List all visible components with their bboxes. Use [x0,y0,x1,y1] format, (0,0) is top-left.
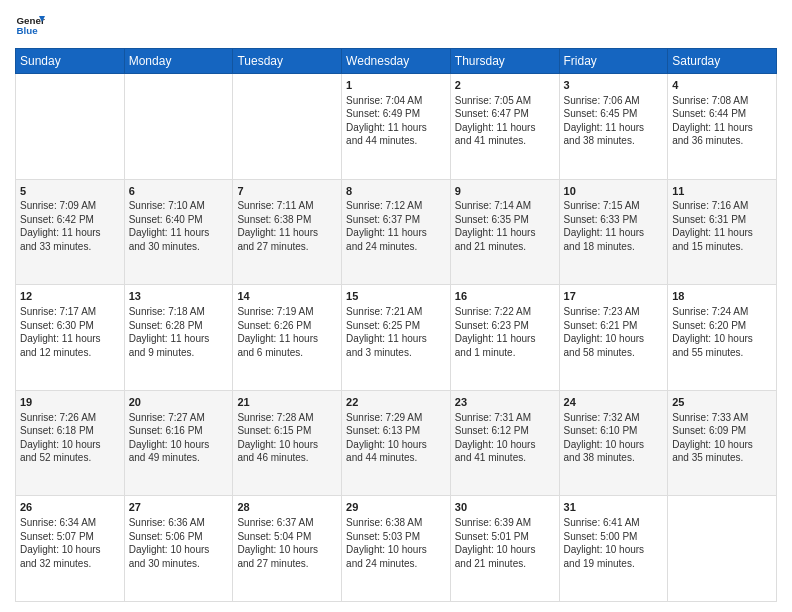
calendar-cell: 1Sunrise: 7:04 AM Sunset: 6:49 PM Daylig… [342,74,451,180]
day-of-week-header: Friday [559,49,668,74]
calendar-week-row: 5Sunrise: 7:09 AM Sunset: 6:42 PM Daylig… [16,179,777,285]
day-info: Sunrise: 7:31 AM Sunset: 6:12 PM Dayligh… [455,411,555,465]
page: General Blue SundayMondayTuesdayWednesda… [0,0,792,612]
day-number: 6 [129,184,229,199]
day-info: Sunrise: 7:28 AM Sunset: 6:15 PM Dayligh… [237,411,337,465]
calendar-cell: 13Sunrise: 7:18 AM Sunset: 6:28 PM Dayli… [124,285,233,391]
day-number: 15 [346,289,446,304]
calendar-cell: 16Sunrise: 7:22 AM Sunset: 6:23 PM Dayli… [450,285,559,391]
day-number: 21 [237,395,337,410]
calendar-cell: 17Sunrise: 7:23 AM Sunset: 6:21 PM Dayli… [559,285,668,391]
day-of-week-header: Wednesday [342,49,451,74]
day-info: Sunrise: 7:29 AM Sunset: 6:13 PM Dayligh… [346,411,446,465]
day-info: Sunrise: 7:23 AM Sunset: 6:21 PM Dayligh… [564,305,664,359]
calendar-cell: 15Sunrise: 7:21 AM Sunset: 6:25 PM Dayli… [342,285,451,391]
day-info: Sunrise: 7:15 AM Sunset: 6:33 PM Dayligh… [564,199,664,253]
day-info: Sunrise: 7:19 AM Sunset: 6:26 PM Dayligh… [237,305,337,359]
day-number: 12 [20,289,120,304]
day-number: 8 [346,184,446,199]
day-info: Sunrise: 7:12 AM Sunset: 6:37 PM Dayligh… [346,199,446,253]
calendar-cell: 7Sunrise: 7:11 AM Sunset: 6:38 PM Daylig… [233,179,342,285]
calendar-cell: 23Sunrise: 7:31 AM Sunset: 6:12 PM Dayli… [450,390,559,496]
day-number: 25 [672,395,772,410]
day-info: Sunrise: 7:09 AM Sunset: 6:42 PM Dayligh… [20,199,120,253]
calendar-cell: 10Sunrise: 7:15 AM Sunset: 6:33 PM Dayli… [559,179,668,285]
day-number: 2 [455,78,555,93]
day-number: 10 [564,184,664,199]
day-of-week-header: Sunday [16,49,125,74]
calendar-cell: 20Sunrise: 7:27 AM Sunset: 6:16 PM Dayli… [124,390,233,496]
calendar-cell: 12Sunrise: 7:17 AM Sunset: 6:30 PM Dayli… [16,285,125,391]
calendar-cell: 9Sunrise: 7:14 AM Sunset: 6:35 PM Daylig… [450,179,559,285]
calendar-cell: 22Sunrise: 7:29 AM Sunset: 6:13 PM Dayli… [342,390,451,496]
day-info: Sunrise: 6:38 AM Sunset: 5:03 PM Dayligh… [346,516,446,570]
day-info: Sunrise: 6:41 AM Sunset: 5:00 PM Dayligh… [564,516,664,570]
calendar-cell: 29Sunrise: 6:38 AM Sunset: 5:03 PM Dayli… [342,496,451,602]
header: General Blue [15,10,777,40]
day-number: 20 [129,395,229,410]
day-number: 28 [237,500,337,515]
calendar-cell [124,74,233,180]
day-number: 17 [564,289,664,304]
calendar-cell: 30Sunrise: 6:39 AM Sunset: 5:01 PM Dayli… [450,496,559,602]
day-number: 30 [455,500,555,515]
calendar-cell: 4Sunrise: 7:08 AM Sunset: 6:44 PM Daylig… [668,74,777,180]
day-info: Sunrise: 7:22 AM Sunset: 6:23 PM Dayligh… [455,305,555,359]
calendar-cell: 6Sunrise: 7:10 AM Sunset: 6:40 PM Daylig… [124,179,233,285]
calendar-week-row: 26Sunrise: 6:34 AM Sunset: 5:07 PM Dayli… [16,496,777,602]
calendar-week-row: 19Sunrise: 7:26 AM Sunset: 6:18 PM Dayli… [16,390,777,496]
day-of-week-header: Saturday [668,49,777,74]
svg-text:Blue: Blue [17,25,39,36]
day-number: 24 [564,395,664,410]
logo-icon: General Blue [15,10,45,40]
calendar-cell: 25Sunrise: 7:33 AM Sunset: 6:09 PM Dayli… [668,390,777,496]
day-info: Sunrise: 6:37 AM Sunset: 5:04 PM Dayligh… [237,516,337,570]
day-info: Sunrise: 7:18 AM Sunset: 6:28 PM Dayligh… [129,305,229,359]
day-info: Sunrise: 6:39 AM Sunset: 5:01 PM Dayligh… [455,516,555,570]
calendar-cell: 3Sunrise: 7:06 AM Sunset: 6:45 PM Daylig… [559,74,668,180]
calendar-cell: 14Sunrise: 7:19 AM Sunset: 6:26 PM Dayli… [233,285,342,391]
day-info: Sunrise: 7:08 AM Sunset: 6:44 PM Dayligh… [672,94,772,148]
day-info: Sunrise: 7:27 AM Sunset: 6:16 PM Dayligh… [129,411,229,465]
day-of-week-header: Tuesday [233,49,342,74]
day-of-week-header: Thursday [450,49,559,74]
day-info: Sunrise: 7:26 AM Sunset: 6:18 PM Dayligh… [20,411,120,465]
day-number: 31 [564,500,664,515]
day-number: 3 [564,78,664,93]
calendar-cell [233,74,342,180]
day-info: Sunrise: 7:11 AM Sunset: 6:38 PM Dayligh… [237,199,337,253]
logo: General Blue [15,10,45,40]
calendar-week-row: 12Sunrise: 7:17 AM Sunset: 6:30 PM Dayli… [16,285,777,391]
day-number: 26 [20,500,120,515]
calendar-cell: 27Sunrise: 6:36 AM Sunset: 5:06 PM Dayli… [124,496,233,602]
calendar-cell [668,496,777,602]
day-number: 14 [237,289,337,304]
day-info: Sunrise: 7:16 AM Sunset: 6:31 PM Dayligh… [672,199,772,253]
day-number: 22 [346,395,446,410]
day-number: 23 [455,395,555,410]
day-info: Sunrise: 7:33 AM Sunset: 6:09 PM Dayligh… [672,411,772,465]
day-info: Sunrise: 7:04 AM Sunset: 6:49 PM Dayligh… [346,94,446,148]
day-number: 1 [346,78,446,93]
day-number: 4 [672,78,772,93]
calendar-cell: 31Sunrise: 6:41 AM Sunset: 5:00 PM Dayli… [559,496,668,602]
day-number: 7 [237,184,337,199]
calendar-cell: 11Sunrise: 7:16 AM Sunset: 6:31 PM Dayli… [668,179,777,285]
day-info: Sunrise: 7:14 AM Sunset: 6:35 PM Dayligh… [455,199,555,253]
calendar-cell: 24Sunrise: 7:32 AM Sunset: 6:10 PM Dayli… [559,390,668,496]
day-number: 19 [20,395,120,410]
day-info: Sunrise: 7:32 AM Sunset: 6:10 PM Dayligh… [564,411,664,465]
calendar-header-row: SundayMondayTuesdayWednesdayThursdayFrid… [16,49,777,74]
day-number: 29 [346,500,446,515]
day-number: 11 [672,184,772,199]
calendar-cell: 26Sunrise: 6:34 AM Sunset: 5:07 PM Dayli… [16,496,125,602]
day-info: Sunrise: 7:24 AM Sunset: 6:20 PM Dayligh… [672,305,772,359]
day-info: Sunrise: 7:05 AM Sunset: 6:47 PM Dayligh… [455,94,555,148]
day-number: 5 [20,184,120,199]
calendar-cell: 18Sunrise: 7:24 AM Sunset: 6:20 PM Dayli… [668,285,777,391]
day-number: 27 [129,500,229,515]
day-info: Sunrise: 6:34 AM Sunset: 5:07 PM Dayligh… [20,516,120,570]
calendar-cell: 2Sunrise: 7:05 AM Sunset: 6:47 PM Daylig… [450,74,559,180]
day-info: Sunrise: 7:17 AM Sunset: 6:30 PM Dayligh… [20,305,120,359]
day-info: Sunrise: 7:10 AM Sunset: 6:40 PM Dayligh… [129,199,229,253]
